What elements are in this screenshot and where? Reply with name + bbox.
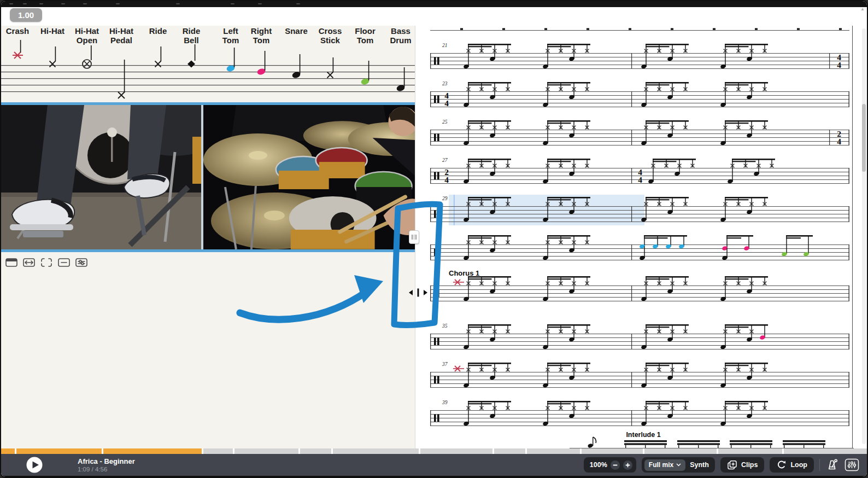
video-row (1, 102, 415, 252)
notation-legend: CrashHi-HatHi-Hat OpenHi-Hat PedalRideRi… (1, 26, 415, 102)
mix-dropdown[interactable]: Full mix (644, 459, 685, 471)
svg-text:4: 4 (444, 175, 449, 184)
measure-number: 25 (442, 119, 448, 125)
viewer-toolbar (4, 256, 89, 269)
zoom-level: 100% (590, 461, 607, 469)
loop-icon (776, 460, 787, 470)
chevron-down-icon (676, 463, 681, 467)
video-pedals[interactable] (1, 105, 201, 249)
notation-system-23[interactable]: 2344 (430, 80, 857, 115)
notation-system-29[interactable]: 29 (430, 195, 857, 230)
svg-text:4: 4 (444, 98, 449, 108)
controls-divider (819, 459, 820, 471)
progress-segment-played[interactable] (16, 448, 102, 454)
song-title: Africa - Beginner (78, 457, 135, 465)
playback-speed-badge[interactable]: 1.00 (10, 8, 42, 22)
fullscreen-icon[interactable] (39, 256, 54, 269)
measure-number: 39 (442, 400, 448, 405)
play-icon (26, 457, 43, 473)
mix-control: Full mix Synth (642, 457, 715, 473)
notation-system[interactable] (430, 234, 857, 269)
window-top-bar (1, 1, 867, 7)
horizontal-resize-icon[interactable] (409, 288, 427, 298)
notation-system-27[interactable]: 272444 (430, 157, 857, 192)
clips-icon (727, 460, 737, 470)
measure-number: 29 (442, 196, 448, 201)
progress-segment[interactable] (203, 448, 233, 454)
progress-segment[interactable] (784, 448, 868, 454)
loop-button[interactable]: Loop (770, 457, 814, 473)
svg-text:4: 4 (837, 60, 841, 69)
player-bar: Africa - Beginner 1:09 / 4:56 100% Full … (1, 454, 867, 476)
measure-number: 37 (442, 362, 448, 367)
fit-width-icon[interactable] (21, 256, 36, 269)
progress-segment[interactable] (527, 448, 580, 454)
notation-system-25[interactable]: 2524 (430, 119, 857, 154)
progress-segment[interactable] (582, 448, 643, 454)
zoom-control: 100% (584, 457, 636, 473)
player-controls: 100% Full mix Synth (584, 457, 859, 473)
zoom-in-button[interactable] (623, 460, 632, 470)
page-edge (852, 26, 853, 448)
app-window: 1.00 CrashHi-HatHi-Hat OpenHi-Hat PedalR… (0, 0, 868, 478)
progress-segment-played[interactable] (1, 448, 15, 454)
video-border-bottom (1, 249, 415, 252)
legend-label: Bass Drum (378, 27, 424, 45)
mixer-icon (844, 458, 859, 471)
scrollbar[interactable] (862, 28, 866, 444)
clips-button[interactable]: Clips (720, 457, 765, 473)
progress-segment[interactable] (333, 448, 419, 454)
mixer-button[interactable] (844, 458, 859, 471)
scroll-up-icon[interactable]: ▲ (860, 7, 865, 11)
measure-number: 23 (442, 81, 448, 86)
drag-handle-icon[interactable] (409, 230, 419, 244)
video-drummer[interactable] (203, 105, 415, 249)
synth-label[interactable]: Synth (690, 461, 709, 469)
progress-segment[interactable] (420, 448, 492, 454)
scrollbar-thumb[interactable] (862, 104, 866, 172)
progress-segment[interactable] (300, 448, 331, 454)
measure-number: 27 (442, 158, 448, 163)
notation-system-35[interactable]: 35 (430, 323, 857, 358)
notation-system-21[interactable]: 2144 (430, 42, 857, 77)
section-label-interlude: Interlude 1 (589, 431, 698, 439)
progress-bar[interactable] (1, 448, 868, 454)
section-label-chorus: Chorus 1 (449, 269, 479, 277)
notation-system-partial-top (430, 26, 851, 33)
svg-text:4: 4 (837, 137, 841, 146)
play-button[interactable] (26, 457, 43, 473)
mix-selected: Full mix (649, 461, 673, 469)
progress-segment[interactable] (494, 448, 525, 454)
progress-segment[interactable] (644, 448, 717, 454)
progress-segment[interactable] (718, 448, 782, 454)
display-settings-icon[interactable] (74, 256, 89, 269)
zoom-out-button[interactable] (611, 460, 620, 470)
plus-icon (625, 463, 630, 468)
notation-system-37[interactable]: 37 (430, 361, 857, 396)
time-display: 1:09 / 4:56 (78, 466, 135, 473)
now-playing: Africa - Beginner 1:09 / 4:56 (78, 457, 135, 473)
window-bottom-strip (1, 476, 867, 478)
zoom-out-icon[interactable] (56, 256, 71, 269)
window-icon[interactable] (4, 256, 19, 269)
metronome-button[interactable] (825, 458, 839, 471)
measure-number: 21 (442, 43, 448, 48)
minus-icon (613, 463, 618, 468)
progress-segment-played[interactable] (103, 448, 202, 454)
notation-system[interactable]: Chorus 1 (430, 268, 857, 308)
progress-segment[interactable] (234, 448, 298, 454)
metronome-icon (825, 458, 839, 471)
notation-system-39[interactable]: 39 (430, 399, 857, 434)
measure-number: 35 (442, 323, 448, 329)
svg-text:4: 4 (638, 175, 642, 184)
